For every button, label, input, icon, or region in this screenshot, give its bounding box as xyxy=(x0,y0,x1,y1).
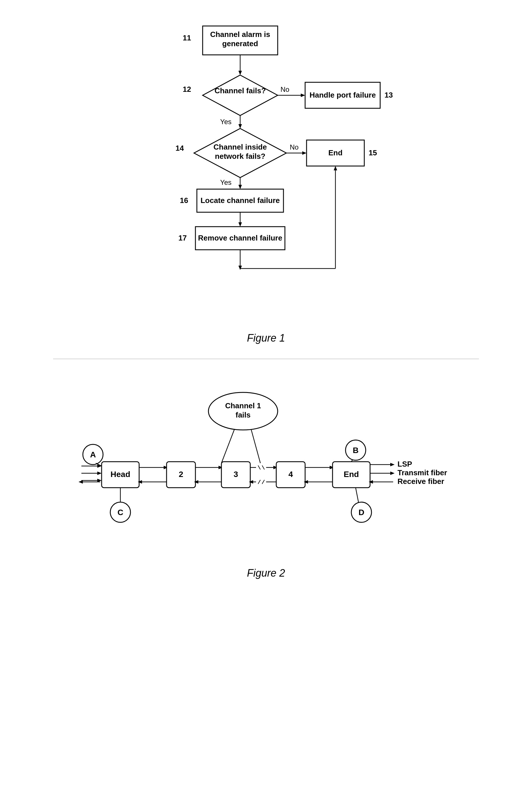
svg-marker-8 xyxy=(301,94,305,97)
svg-text:2: 2 xyxy=(179,470,183,479)
svg-text:Channel 1: Channel 1 xyxy=(225,401,261,410)
svg-text:Locate channel failure: Locate channel failure xyxy=(200,196,280,205)
svg-text:Head: Head xyxy=(110,470,130,479)
svg-text:generated: generated xyxy=(222,39,258,48)
figure1-container: Channel alarm is generated 11 Channel fa… xyxy=(0,0,532,356)
svg-marker-29 xyxy=(239,222,242,227)
node14-id: 14 xyxy=(175,144,184,152)
node16-id: 16 xyxy=(180,196,188,205)
svg-text:No: No xyxy=(289,143,299,151)
svg-marker-90 xyxy=(390,471,395,475)
svg-line-67 xyxy=(262,465,264,469)
svg-line-41 xyxy=(251,429,260,463)
svg-marker-45 xyxy=(97,471,101,475)
svg-text:C: C xyxy=(117,508,123,517)
figure2-caption: Figure 2 xyxy=(247,567,285,579)
divider xyxy=(53,359,479,359)
svg-text:Channel fails?: Channel fails? xyxy=(214,86,266,95)
svg-marker-19 xyxy=(302,151,307,155)
node17-id: 17 xyxy=(178,233,187,242)
svg-marker-102 xyxy=(78,480,83,484)
svg-text:Receive fiber: Receive fiber xyxy=(398,477,444,486)
svg-text:D: D xyxy=(358,508,364,517)
figure1-svg: Channel alarm is generated 11 Channel fa… xyxy=(93,17,439,320)
svg-text:A: A xyxy=(90,450,96,459)
figure2-container: Channel 1 fails A Head xyxy=(0,362,532,597)
svg-marker-87 xyxy=(390,463,395,466)
svg-marker-4 xyxy=(239,71,242,75)
svg-text:3: 3 xyxy=(233,470,238,479)
svg-text:Yes: Yes xyxy=(220,118,231,126)
svg-text:Transmit fiber: Transmit fiber xyxy=(398,468,447,477)
svg-text:Handle port failure: Handle port failure xyxy=(309,91,376,99)
svg-marker-33 xyxy=(239,266,242,270)
svg-marker-36 xyxy=(334,166,337,170)
figure2-svg: Channel 1 fails A Head xyxy=(64,379,468,553)
svg-text:End: End xyxy=(343,470,359,479)
svg-text:Remove channel failure: Remove channel failure xyxy=(198,233,282,242)
svg-text:4: 4 xyxy=(288,470,293,479)
svg-text:Channel alarm is: Channel alarm is xyxy=(210,30,270,39)
svg-text:B: B xyxy=(353,446,358,455)
svg-text:End: End xyxy=(328,148,342,157)
svg-line-40 xyxy=(222,429,234,463)
svg-text:No: No xyxy=(280,86,289,93)
svg-line-71 xyxy=(262,480,264,484)
svg-text:Channel inside: Channel inside xyxy=(213,143,267,151)
node13-id: 13 xyxy=(384,91,393,99)
svg-text:fails: fails xyxy=(235,411,250,419)
node12-id: 12 xyxy=(183,85,191,94)
node15-id: 15 xyxy=(368,148,377,157)
svg-text:Yes: Yes xyxy=(220,179,231,186)
svg-marker-24 xyxy=(239,185,242,189)
svg-line-72 xyxy=(258,480,260,484)
svg-line-97 xyxy=(356,488,359,502)
svg-marker-13 xyxy=(239,124,242,129)
figure1-caption: Figure 1 xyxy=(247,332,285,344)
page-container: Channel alarm is generated 11 Channel fa… xyxy=(0,0,532,805)
node11-id: 11 xyxy=(183,34,191,42)
svg-marker-5 xyxy=(203,75,278,115)
svg-line-66 xyxy=(258,465,260,469)
svg-text:network fails?: network fails? xyxy=(215,152,265,161)
svg-text:LSP: LSP xyxy=(398,460,412,468)
